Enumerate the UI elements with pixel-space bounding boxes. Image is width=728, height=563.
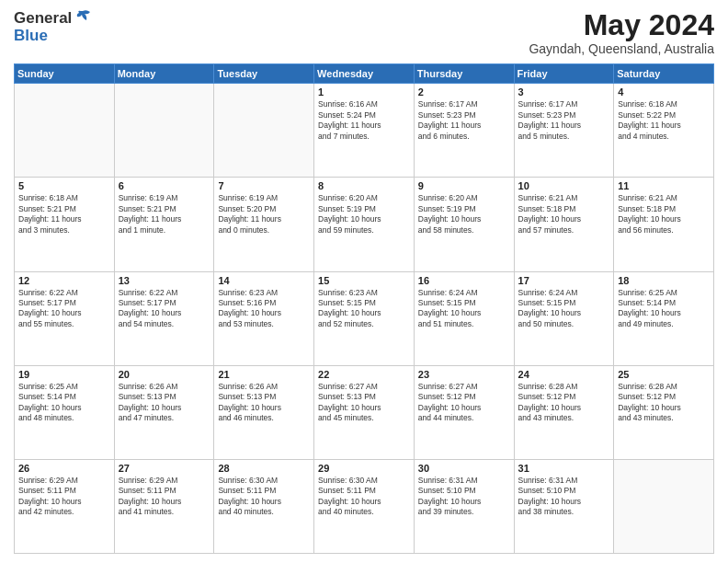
day-number: 5 [18,180,110,191]
col-sunday: Sunday [15,64,115,84]
day-info: Sunrise: 6:30 AM Sunset: 5:11 PM Dayligh… [218,476,310,518]
day-info: Sunrise: 6:18 AM Sunset: 5:22 PM Dayligh… [618,99,710,142]
logo-text: General Blue [14,9,92,45]
day-info: Sunrise: 6:20 AM Sunset: 5:19 PM Dayligh… [418,193,510,236]
day-info: Sunrise: 6:24 AM Sunset: 5:15 PM Dayligh… [518,288,610,330]
day-number: 6 [119,180,210,191]
day-number: 19 [18,369,110,380]
day-info: Sunrise: 6:29 AM Sunset: 5:11 PM Dayligh… [18,476,110,518]
day-number: 17 [518,275,610,286]
day-number: 8 [318,180,410,191]
day-info: Sunrise: 6:31 AM Sunset: 5:10 PM Dayligh… [418,476,510,518]
day-number: 23 [418,369,510,380]
day-number: 4 [618,86,710,98]
day-info: Sunrise: 6:18 AM Sunset: 5:21 PM Dayligh… [18,193,110,236]
table-row: 27Sunrise: 6:29 AM Sunset: 5:11 PM Dayli… [114,459,214,553]
table-row: 26Sunrise: 6:29 AM Sunset: 5:11 PM Dayli… [15,459,115,553]
day-number: 11 [618,180,710,191]
day-info: Sunrise: 6:17 AM Sunset: 5:23 PM Dayligh… [518,99,610,142]
day-info: Sunrise: 6:29 AM Sunset: 5:11 PM Dayligh… [119,476,210,518]
day-number: 24 [518,369,610,380]
logo-blue: Blue [14,27,48,44]
table-row: 1Sunrise: 6:16 AM Sunset: 5:24 PM Daylig… [314,84,415,178]
day-number: 14 [218,275,310,286]
day-info: Sunrise: 6:26 AM Sunset: 5:13 PM Dayligh… [218,382,310,424]
day-number: 31 [518,463,610,474]
day-info: Sunrise: 6:23 AM Sunset: 5:16 PM Dayligh… [218,288,310,330]
title-block: May 2024 Gayndah, Queensland, Australia [529,9,714,56]
table-row: 13Sunrise: 6:22 AM Sunset: 5:17 PM Dayli… [114,271,214,365]
logo-bird-icon [74,9,92,26]
table-row: 9Sunrise: 6:20 AM Sunset: 5:19 PM Daylig… [414,178,514,271]
calendar-week-row: 12Sunrise: 6:22 AM Sunset: 5:17 PM Dayli… [15,271,714,365]
calendar-week-row: 26Sunrise: 6:29 AM Sunset: 5:11 PM Dayli… [15,459,714,553]
day-number: 16 [418,275,510,286]
page: General Blue May 2024 Gayndah, Queenslan… [0,0,728,563]
col-friday: Friday [514,64,614,84]
day-info: Sunrise: 6:17 AM Sunset: 5:23 PM Dayligh… [418,99,510,142]
table-row: 24Sunrise: 6:28 AM Sunset: 5:12 PM Dayli… [514,365,614,459]
day-number: 29 [318,463,410,474]
day-number: 3 [518,86,610,98]
table-row: 19Sunrise: 6:25 AM Sunset: 5:14 PM Dayli… [15,365,115,459]
table-row: 5Sunrise: 6:18 AM Sunset: 5:21 PM Daylig… [15,178,115,271]
table-row: 17Sunrise: 6:24 AM Sunset: 5:15 PM Dayli… [514,271,614,365]
day-info: Sunrise: 6:21 AM Sunset: 5:18 PM Dayligh… [618,193,710,236]
day-info: Sunrise: 6:20 AM Sunset: 5:19 PM Dayligh… [318,193,410,236]
day-number: 28 [218,463,310,474]
calendar-week-row: 19Sunrise: 6:25 AM Sunset: 5:14 PM Dayli… [15,365,714,459]
col-wednesday: Wednesday [314,64,415,84]
day-number: 25 [618,369,710,380]
day-info: Sunrise: 6:22 AM Sunset: 5:17 PM Dayligh… [18,288,110,330]
table-row: 16Sunrise: 6:24 AM Sunset: 5:15 PM Dayli… [414,271,514,365]
table-row [114,84,214,178]
day-number: 13 [119,275,210,286]
day-info: Sunrise: 6:27 AM Sunset: 5:12 PM Dayligh… [418,382,510,424]
day-number: 26 [18,463,110,474]
day-info: Sunrise: 6:28 AM Sunset: 5:12 PM Dayligh… [518,382,610,424]
day-info: Sunrise: 6:30 AM Sunset: 5:11 PM Dayligh… [318,476,410,518]
day-number: 15 [318,275,410,286]
table-row: 6Sunrise: 6:19 AM Sunset: 5:21 PM Daylig… [114,178,214,271]
day-info: Sunrise: 6:31 AM Sunset: 5:10 PM Dayligh… [518,476,610,518]
col-saturday: Saturday [614,64,714,84]
table-row: 7Sunrise: 6:19 AM Sunset: 5:20 PM Daylig… [214,178,314,271]
table-row: 8Sunrise: 6:20 AM Sunset: 5:19 PM Daylig… [314,178,415,271]
table-row: 14Sunrise: 6:23 AM Sunset: 5:16 PM Dayli… [214,271,314,365]
day-info: Sunrise: 6:25 AM Sunset: 5:14 PM Dayligh… [618,288,710,330]
day-number: 21 [218,369,310,380]
table-row [15,84,115,178]
table-row: 10Sunrise: 6:21 AM Sunset: 5:18 PM Dayli… [514,178,614,271]
day-number: 7 [218,180,310,191]
day-info: Sunrise: 6:22 AM Sunset: 5:17 PM Dayligh… [119,288,210,330]
table-row: 28Sunrise: 6:30 AM Sunset: 5:11 PM Dayli… [214,459,314,553]
title-location: Gayndah, Queensland, Australia [529,41,714,56]
col-tuesday: Tuesday [214,64,314,84]
table-row [214,84,314,178]
day-number: 1 [318,86,410,98]
table-row: 30Sunrise: 6:31 AM Sunset: 5:10 PM Dayli… [414,459,514,553]
table-row: 3Sunrise: 6:17 AM Sunset: 5:23 PM Daylig… [514,84,614,178]
day-number: 27 [119,463,210,474]
table-row: 20Sunrise: 6:26 AM Sunset: 5:13 PM Dayli… [114,365,214,459]
day-info: Sunrise: 6:25 AM Sunset: 5:14 PM Dayligh… [18,382,110,424]
table-row [614,459,714,553]
table-row: 29Sunrise: 6:30 AM Sunset: 5:11 PM Dayli… [314,459,415,553]
day-info: Sunrise: 6:23 AM Sunset: 5:15 PM Dayligh… [318,288,410,330]
table-row: 18Sunrise: 6:25 AM Sunset: 5:14 PM Dayli… [614,271,714,365]
table-row: 2Sunrise: 6:17 AM Sunset: 5:23 PM Daylig… [414,84,514,178]
calendar-table: Sunday Monday Tuesday Wednesday Thursday… [14,63,714,554]
day-info: Sunrise: 6:19 AM Sunset: 5:21 PM Dayligh… [119,193,210,236]
day-info: Sunrise: 6:26 AM Sunset: 5:13 PM Dayligh… [119,382,210,424]
day-number: 30 [418,463,510,474]
day-number: 22 [318,369,410,380]
table-row: 12Sunrise: 6:22 AM Sunset: 5:17 PM Dayli… [15,271,115,365]
day-number: 10 [518,180,610,191]
table-row: 4Sunrise: 6:18 AM Sunset: 5:22 PM Daylig… [614,84,714,178]
day-info: Sunrise: 6:28 AM Sunset: 5:12 PM Dayligh… [618,382,710,424]
col-thursday: Thursday [414,64,514,84]
day-info: Sunrise: 6:16 AM Sunset: 5:24 PM Dayligh… [318,99,410,142]
table-row: 21Sunrise: 6:26 AM Sunset: 5:13 PM Dayli… [214,365,314,459]
day-info: Sunrise: 6:19 AM Sunset: 5:20 PM Dayligh… [218,193,310,236]
calendar-week-row: 5Sunrise: 6:18 AM Sunset: 5:21 PM Daylig… [15,178,714,271]
